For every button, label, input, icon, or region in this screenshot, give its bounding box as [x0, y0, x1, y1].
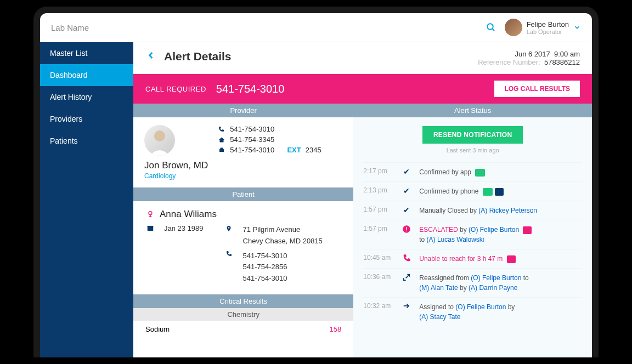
svg-rect-13 [407, 231, 407, 231]
provider-specialty: Cardiology [144, 172, 208, 180]
timeline-row: 10:36 amReassigned from (O) Felipe Burto… [363, 268, 582, 297]
timeline-row: 2:17 pm✔Confirmed by app [363, 162, 582, 181]
patient-card: Anna Wiliams Jan 23 1989 [133, 201, 353, 294]
chemistry-head: Chemistry [133, 308, 353, 321]
timeline-time: 1:57 pm [363, 206, 394, 215]
call-required-label: CALL REQUIRED [145, 85, 206, 93]
user-role: Lab Operator [527, 29, 569, 35]
document-badge-icon [475, 169, 485, 177]
provider-avatar [144, 125, 175, 156]
svg-line-1 [492, 29, 494, 31]
check-icon: ✔ [403, 186, 410, 196]
sidebar-item-patients[interactable]: Patients [40, 130, 133, 152]
reassign-icon [402, 273, 411, 293]
timeline-time: 2:13 pm [363, 186, 394, 196]
svg-rect-9 [148, 226, 154, 227]
svg-rect-3 [219, 149, 224, 152]
page-time: 9:00 am [554, 50, 580, 58]
page-header: Alert Details Jun 6 2017 9:00 am Referen… [133, 42, 592, 74]
last-sent-text: Last sent 3 min ago [362, 147, 583, 153]
patient-phone: 541-754-3010 [243, 273, 287, 285]
timeline-time: 10:45 am [363, 254, 394, 264]
timeline-row: 1:57 pm✔Manually Closed by (A) Rickey Pe… [363, 201, 582, 220]
phone-miss-icon [402, 254, 411, 264]
pin-icon [225, 224, 233, 247]
document-badge-icon [483, 188, 493, 196]
patient-dob: Jan 23 1989 [164, 224, 204, 232]
svg-point-10 [228, 227, 229, 229]
patient-address2: Chevy Chase, MD 20815 [243, 236, 323, 247]
provider-contact: 541-754-3010 EXT 2345 [218, 146, 321, 154]
provider-name: Jon Brown, MD [144, 160, 208, 171]
patient-section-head: Patient [133, 187, 353, 201]
svg-rect-4 [221, 147, 223, 149]
timeline-row: 1:57 pmESCALATED by (O) Felipe Burton to… [363, 220, 582, 249]
home-icon [218, 136, 225, 143]
provider-card: Jon Brown, MD Cardiology 541-754-3010541… [133, 117, 353, 187]
svg-rect-12 [407, 227, 407, 230]
svg-point-5 [149, 212, 152, 215]
page-title: Alert Details [164, 50, 232, 63]
check-icon: ✔ [403, 167, 410, 177]
critical-results-head: Critical Results [133, 294, 353, 308]
arrow-icon [402, 302, 411, 322]
sidebar-item-alert-history[interactable]: Alert History [40, 86, 133, 108]
phone-icon [225, 251, 233, 285]
sidebar: Master ListDashboardAlert HistoryProvide… [40, 42, 133, 357]
search-icon[interactable] [486, 22, 496, 32]
ref-number: 578386212 [544, 58, 580, 66]
page-date: Jun 6 2017 [515, 50, 550, 58]
topbar: Lab Name Felipe Burton Lab Operator [40, 13, 592, 42]
main: Alert Details Jun 6 2017 9:00 am Referen… [133, 42, 592, 357]
timeline-row: 2:13 pm✔Confirmed by phone [363, 181, 582, 201]
timeline-time: 10:36 am [363, 273, 394, 293]
svg-point-0 [487, 24, 493, 30]
provider-section-head: Provider [133, 104, 353, 117]
alert-status-head: Alert Status [353, 104, 592, 117]
sidebar-item-dashboard[interactable]: Dashboard [40, 64, 133, 86]
resend-notification-button[interactable]: RESEND NOTIFICATION [422, 126, 523, 144]
call-required-bar: CALL REQUIRED 541-754-3010 LOG CALL RESU… [133, 74, 592, 104]
sidebar-item-master-list[interactable]: Master List [40, 42, 133, 64]
critical-result-row: Sodium158 [133, 321, 353, 338]
timeline-row: 10:32 amAssigned to (O) Felipe Burton by… [363, 297, 582, 326]
comment-icon [495, 188, 504, 196]
lab-name: Lab Name [51, 23, 89, 32]
log-call-button[interactable]: LOG CALL RESULTS [494, 81, 580, 97]
chevron-down-icon [573, 24, 581, 31]
phone-icon [218, 126, 225, 133]
timeline-row: 10:45 amUnable to reach for 3 h 47 m [363, 249, 582, 268]
calendar-icon [146, 224, 154, 232]
sidebar-item-providers[interactable]: Providers [40, 108, 133, 130]
comment-icon [507, 255, 516, 263]
user-name: Felipe Burton [527, 20, 569, 29]
timeline-time: 1:57 pm [363, 225, 394, 244]
svg-point-2 [154, 130, 165, 141]
avatar [505, 19, 522, 36]
back-icon[interactable] [145, 50, 156, 61]
comment-icon [523, 226, 532, 234]
female-icon [146, 209, 154, 219]
patient-phone: 541-754-2856 [243, 261, 287, 273]
timeline-time: 2:17 pm [363, 167, 394, 177]
patient-address1: 71 Pilgrim Avenue [243, 224, 323, 236]
alert-icon [402, 225, 411, 244]
timeline-time: 10:32 am [363, 302, 394, 322]
provider-contact: 541-754-3345 [218, 135, 321, 144]
fax-icon [218, 147, 225, 153]
ref-label: Reference Number: [478, 58, 540, 66]
provider-contact: 541-754-3010 [218, 125, 321, 133]
user-menu[interactable]: Felipe Burton Lab Operator [505, 19, 581, 36]
patient-phone: 541-754-3010 [243, 251, 287, 262]
patient-name: Anna Wiliams [160, 209, 217, 220]
check-icon: ✔ [403, 206, 410, 215]
call-phone: 541-754-3010 [216, 83, 285, 95]
